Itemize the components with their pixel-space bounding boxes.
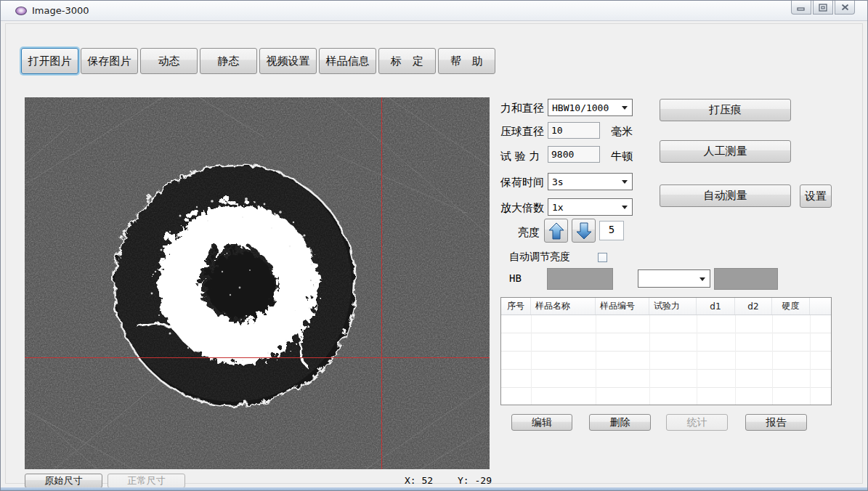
col-hardness: 硬度	[772, 298, 810, 315]
micrograph-image	[25, 97, 490, 469]
maximize-icon	[819, 4, 827, 12]
titlebar: Image-3000	[1, 1, 867, 21]
statistics-button: 统计	[666, 414, 728, 431]
close-icon	[841, 4, 849, 11]
table-grid-line	[735, 315, 736, 405]
test-force-unit: 牛顿	[611, 150, 633, 163]
force-diameter-value: HBW10/1000	[552, 102, 609, 113]
results-table: 序号 样品名称 样品编号 试验力 d1 d2 硬度	[500, 297, 832, 405]
chevron-down-icon	[622, 180, 628, 184]
manual-measure-button[interactable]: 人工测量	[660, 140, 791, 163]
chevron-down-icon	[622, 206, 628, 209]
indent-button[interactable]: 打压痕	[660, 99, 791, 121]
indentation-center	[203, 248, 269, 315]
normal-size-button: 正常尺寸	[108, 474, 185, 488]
col-d2: d2	[735, 298, 772, 315]
table-grid-line	[772, 315, 773, 405]
minimize-icon	[797, 4, 806, 11]
app-window: { "window": { "title": "Image-3000" }, "…	[0, 0, 868, 491]
settings-button[interactable]: 设置	[800, 184, 832, 208]
table-grid-line	[697, 315, 697, 405]
table-grid-line	[810, 315, 811, 405]
hold-time-select[interactable]: 3s	[548, 173, 633, 190]
save-image-button[interactable]: 保存图片	[81, 48, 138, 74]
calibration-button[interactable]: 标 定	[378, 48, 436, 74]
col-d1: d1	[697, 298, 735, 315]
dynamic-button[interactable]: 动态	[140, 48, 198, 74]
table-grid-line	[596, 315, 596, 405]
results-table-header: 序号 样品名称 样品编号 试验力 d1 d2 硬度	[501, 298, 831, 315]
test-force-input[interactable]	[548, 146, 600, 163]
test-force-label: 试 验 力	[500, 150, 540, 163]
help-button[interactable]: 帮 助	[438, 48, 495, 74]
magnification-label: 放大倍数	[500, 201, 544, 215]
cursor-y-readout: Y: -29	[458, 475, 492, 486]
col-extra	[810, 298, 831, 315]
arrow-down-icon	[576, 222, 592, 240]
brightness-value-input[interactable]: 5	[599, 221, 624, 240]
brightness-label: 亮度	[518, 226, 540, 240]
chevron-down-icon	[622, 106, 628, 110]
col-index: 序号	[501, 298, 531, 315]
arrow-up-icon	[548, 222, 564, 240]
auto-brightness-checkbox[interactable]	[598, 253, 607, 262]
magnification-select[interactable]: 1x	[548, 198, 633, 216]
force-diameter-select[interactable]: HBW10/1000	[548, 99, 633, 116]
cursor-x-readout: X: 52	[405, 475, 433, 486]
force-diameter-label: 力和直径	[500, 102, 544, 115]
hold-time-label: 保荷时间	[500, 176, 544, 190]
window-controls	[791, 1, 855, 15]
hb-unit-select[interactable]	[638, 269, 710, 288]
minimize-button[interactable]	[791, 1, 811, 15]
col-sample-name: 样品名称	[531, 298, 596, 315]
results-table-body[interactable]	[501, 315, 831, 405]
col-sample-number: 样品编号	[596, 298, 649, 315]
ball-diameter-unit: 毫米	[611, 125, 633, 139]
delete-button[interactable]: 删除	[589, 414, 651, 431]
hold-time-value: 3s	[552, 176, 564, 187]
micrograph-viewport[interactable]	[25, 97, 490, 469]
sample-info-button[interactable]: 样品信息	[319, 48, 376, 74]
app-icon	[15, 7, 27, 15]
table-grid-line	[531, 315, 532, 405]
brightness-down-button[interactable]	[572, 219, 596, 243]
auto-measure-button[interactable]: 自动测量	[660, 184, 791, 207]
table-grid-line	[649, 315, 650, 405]
open-image-button[interactable]: 打开图片	[21, 48, 78, 74]
report-button[interactable]: 报告	[745, 414, 807, 431]
hb-value-box-1	[547, 268, 613, 290]
cursor-coordinates: X: 52 Y: -29	[405, 475, 492, 486]
hb-value-box-2	[714, 268, 778, 290]
magnification-value: 1x	[552, 202, 564, 213]
original-size-button[interactable]: 原始尺寸	[25, 474, 102, 488]
col-test-force: 试验力	[649, 298, 697, 315]
window-title: Image-3000	[32, 5, 89, 16]
chevron-down-icon	[699, 277, 705, 281]
auto-brightness-label: 自动调节亮度	[509, 251, 570, 264]
maximize-button[interactable]	[813, 1, 833, 15]
ball-diameter-input[interactable]	[548, 122, 600, 139]
close-button[interactable]	[835, 1, 855, 15]
hb-label: HB	[509, 272, 522, 284]
ball-diameter-label: 压球直径	[500, 125, 544, 139]
brightness-up-button[interactable]	[544, 219, 568, 243]
static-button[interactable]: 静态	[200, 48, 257, 74]
toolbar: 打开图片 保存图片 动态 静态 视频设置 样品信息 标 定 帮 助	[21, 48, 495, 74]
edit-button[interactable]: 编辑	[511, 414, 572, 431]
video-settings-button[interactable]: 视频设置	[259, 48, 317, 74]
